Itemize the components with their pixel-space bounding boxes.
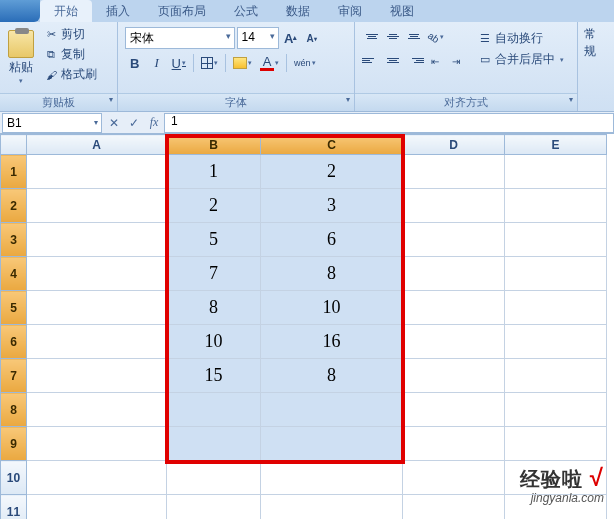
col-header-A[interactable]: A	[27, 135, 167, 155]
cell[interactable]	[27, 189, 167, 223]
cell[interactable]: 10	[261, 291, 403, 325]
indent-decrease-button[interactable]: ⇤	[425, 51, 445, 71]
tab-layout[interactable]: 页面布局	[144, 0, 220, 22]
cell[interactable]	[505, 223, 607, 257]
cell[interactable]: 8	[261, 359, 403, 393]
tab-insert[interactable]: 插入	[92, 0, 144, 22]
cell[interactable]	[505, 291, 607, 325]
align-right-button[interactable]	[404, 51, 424, 69]
cell[interactable]	[403, 427, 505, 461]
cell[interactable]	[167, 393, 261, 427]
row-header[interactable]: 2	[1, 189, 27, 223]
cell[interactable]: 2	[167, 189, 261, 223]
cell[interactable]: 2	[261, 155, 403, 189]
orientation-button[interactable]: ab	[425, 27, 447, 47]
cell[interactable]	[505, 427, 607, 461]
cell[interactable]	[403, 223, 505, 257]
cell[interactable]	[27, 325, 167, 359]
cell[interactable]	[403, 359, 505, 393]
tab-view[interactable]: 视图	[376, 0, 428, 22]
cell[interactable]: 8	[261, 257, 403, 291]
cell[interactable]	[261, 393, 403, 427]
paste-button[interactable]: 粘贴 ▾	[3, 25, 39, 90]
cell[interactable]: 16	[261, 325, 403, 359]
copy-button[interactable]: ⧉ 复制	[41, 45, 100, 64]
cell[interactable]	[261, 495, 403, 520]
group-alignment-label[interactable]: 对齐方式	[355, 93, 577, 111]
row-header[interactable]: 1	[1, 155, 27, 189]
phonetic-button[interactable]: wén	[291, 53, 319, 73]
enter-formula-button[interactable]: ✓	[124, 116, 144, 130]
cell[interactable]	[27, 155, 167, 189]
cell[interactable]: 8	[167, 291, 261, 325]
cell[interactable]	[403, 393, 505, 427]
cell[interactable]: 1	[167, 155, 261, 189]
row-header[interactable]: 10	[1, 461, 27, 495]
cell[interactable]	[505, 189, 607, 223]
cell[interactable]	[167, 461, 261, 495]
cell[interactable]	[403, 155, 505, 189]
cell[interactable]	[27, 393, 167, 427]
col-header-E[interactable]: E	[505, 135, 607, 155]
row-header[interactable]: 11	[1, 495, 27, 520]
cell[interactable]	[27, 223, 167, 257]
cell[interactable]	[403, 461, 505, 495]
wrap-text-button[interactable]: ☰ 自动换行	[476, 29, 566, 48]
office-orb[interactable]	[0, 0, 40, 22]
cell[interactable]	[505, 393, 607, 427]
tab-formulas[interactable]: 公式	[220, 0, 272, 22]
tab-review[interactable]: 审阅	[324, 0, 376, 22]
cell[interactable]	[27, 427, 167, 461]
col-header-B[interactable]: B	[167, 135, 261, 155]
name-box[interactable]: B1	[2, 113, 102, 133]
borders-button[interactable]	[198, 53, 221, 73]
cell[interactable]	[167, 495, 261, 520]
cell[interactable]	[505, 359, 607, 393]
cell[interactable]: 3	[261, 189, 403, 223]
align-bottom-button[interactable]	[404, 27, 424, 45]
row-header[interactable]: 8	[1, 393, 27, 427]
cell[interactable]: 7	[167, 257, 261, 291]
underline-button[interactable]: U	[169, 53, 189, 73]
merge-center-button[interactable]: ▭ 合并后居中 ▾	[476, 50, 566, 69]
cell[interactable]	[261, 461, 403, 495]
cell[interactable]	[27, 495, 167, 520]
fx-button[interactable]: fx	[144, 115, 164, 130]
grid[interactable]: A B C D E 112 223 356 478 5810 61016 715…	[0, 134, 607, 519]
align-center-button[interactable]	[383, 51, 403, 69]
row-header[interactable]: 9	[1, 427, 27, 461]
cell[interactable]	[505, 325, 607, 359]
cut-button[interactable]: ✂ 剪切	[41, 25, 100, 44]
cell[interactable]	[27, 359, 167, 393]
row-header[interactable]: 6	[1, 325, 27, 359]
grow-font-button[interactable]: A▴	[281, 28, 301, 48]
italic-button[interactable]: I	[147, 53, 167, 73]
formula-input[interactable]: 1	[164, 113, 614, 133]
cancel-formula-button[interactable]: ✕	[104, 116, 124, 130]
cell[interactable]: 10	[167, 325, 261, 359]
cell[interactable]	[167, 427, 261, 461]
cell[interactable]	[505, 257, 607, 291]
cell[interactable]: 5	[167, 223, 261, 257]
shrink-font-button[interactable]: A▾	[302, 28, 322, 48]
cell[interactable]	[403, 257, 505, 291]
cell[interactable]	[403, 291, 505, 325]
cell[interactable]	[505, 155, 607, 189]
fill-color-button[interactable]	[230, 53, 255, 73]
font-size-select[interactable]: 14	[237, 27, 279, 49]
select-all-corner[interactable]	[1, 135, 27, 155]
tab-data[interactable]: 数据	[272, 0, 324, 22]
cell[interactable]	[261, 427, 403, 461]
cell[interactable]	[27, 291, 167, 325]
font-name-select[interactable]: 宋体	[125, 27, 235, 49]
tab-home[interactable]: 开始	[40, 0, 92, 22]
bold-button[interactable]: B	[125, 53, 145, 73]
col-header-C[interactable]: C	[261, 135, 403, 155]
align-top-button[interactable]	[362, 27, 382, 45]
row-header[interactable]: 3	[1, 223, 27, 257]
indent-increase-button[interactable]: ⇥	[446, 51, 466, 71]
col-header-D[interactable]: D	[403, 135, 505, 155]
group-font-label[interactable]: 字体	[118, 93, 354, 111]
group-clipboard-label[interactable]: 剪贴板	[0, 93, 117, 111]
row-header[interactable]: 4	[1, 257, 27, 291]
